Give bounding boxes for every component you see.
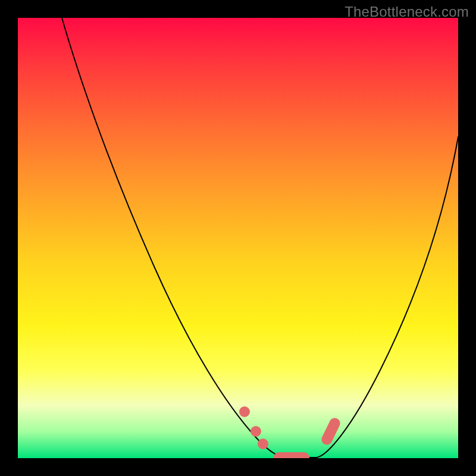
marker-dot-1 [239, 406, 250, 417]
marker-dot-2 [250, 426, 261, 437]
curve-right-branch [317, 137, 458, 458]
watermark-text: TheBottleneck.com [345, 4, 469, 20]
marker-dot-3 [258, 439, 268, 449]
marker-pill-bottom [274, 452, 309, 458]
marker-pill-right [320, 416, 342, 446]
chart-frame: TheBottleneck.com [0, 0, 476, 476]
bottleneck-curve [18, 18, 458, 458]
curve-left-branch [62, 18, 284, 458]
plot-area [18, 18, 458, 458]
